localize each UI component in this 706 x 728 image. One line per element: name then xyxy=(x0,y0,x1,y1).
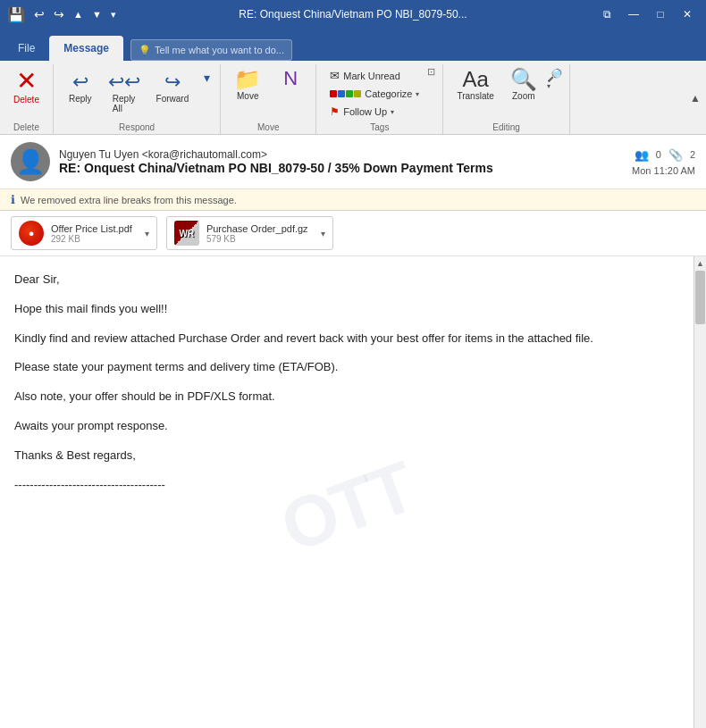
email-body-wrapper: OTT Dear Sir, Hope this mail finds you w… xyxy=(0,256,706,728)
tags-expand-icon[interactable]: ⊡ xyxy=(427,66,435,78)
move-icon: 📁 xyxy=(234,69,261,90)
body-line6: Awaits your prompt response. xyxy=(14,417,679,436)
title-bar-left: 💾 ↩ ↪ ▲ ▼ ▾ xyxy=(7,6,116,23)
reply-button[interactable]: ↩ Reply xyxy=(61,66,100,108)
respond-more-icon: ▾ xyxy=(204,71,210,85)
body-line5: Also note, your offer should be in PDF/X… xyxy=(14,388,679,406)
email-subject: RE: Onquest China/Vietnam PO NBI_8079-50… xyxy=(59,161,623,175)
envelope-icon: ✉ xyxy=(330,69,340,82)
editing-group-label: Editing xyxy=(492,122,520,134)
paperclip-icon: 📎 xyxy=(668,148,683,162)
email-body: OTT Dear Sir, Hope this mail finds you w… xyxy=(0,256,693,728)
email-header-top: 👤 Nguyen Tu Uyen <kora@richautomall.com>… xyxy=(11,142,695,181)
undo-icon[interactable]: ↩ xyxy=(34,7,45,21)
maximize-button[interactable]: □ xyxy=(649,5,672,23)
delete-buttons: ✕ Delete xyxy=(7,66,46,121)
followup-label: Follow Up xyxy=(343,106,387,117)
attachment-pdf-name: Offer Price List.pdf xyxy=(51,223,132,234)
attachment-gz-name: Purchase Order_pdf.gz xyxy=(206,223,308,234)
delete-group-label: Delete xyxy=(13,122,39,134)
redo-icon[interactable]: ↪ xyxy=(54,7,64,21)
editing-more-icon[interactable]: ▾ xyxy=(547,82,562,90)
attachments-bar: ● Offer Price List.pdf 292 KB ▾ WR Purch… xyxy=(0,211,706,256)
categorize-button[interactable]: Categorize ▾ xyxy=(324,86,425,102)
email-from: Nguyen Tu Uyen <kora@richautomall.com> xyxy=(59,148,623,161)
email-icons: 👥 0 📎 2 xyxy=(635,148,695,162)
zoom-button[interactable]: 🔍 Zoom xyxy=(504,66,543,104)
tell-me-text: Tell me what you want to do... xyxy=(155,45,284,55)
nav-down-icon[interactable]: ▼ xyxy=(92,9,102,20)
body-line2: Hope this mail finds you well!! xyxy=(14,300,679,319)
ribbon-collapse-button[interactable]: ▲ xyxy=(690,89,701,105)
attachment-count: 2 xyxy=(690,149,695,160)
tab-bar: File Message 💡 Tell me what you want to … xyxy=(0,29,706,61)
followup-button[interactable]: ⚑ Follow Up ▾ xyxy=(324,103,425,121)
titlebar-dropdown[interactable]: ▾ xyxy=(111,9,116,21)
reply-all-label: ReplyAll xyxy=(113,94,136,113)
delete-icon: ✕ xyxy=(16,69,37,94)
email-header: 👤 Nguyen Tu Uyen <kora@richautomall.com>… xyxy=(0,135,706,189)
email-meta: Nguyen Tu Uyen <kora@richautomall.com> R… xyxy=(59,148,623,175)
editing-buttons: Aа Translate 🔍 Zoom 🔎 ▾ xyxy=(450,66,561,121)
body-line4: Please state your payment terms and deli… xyxy=(14,358,679,377)
editing-search-icon[interactable]: 🔎 xyxy=(547,68,562,82)
body-line7: Thanks & Best regards, xyxy=(14,447,679,465)
ribbon-group-respond: ↩ Reply ↩↩ ReplyAll ↪ Forward ▾ Respond xyxy=(54,64,221,134)
nav-up-icon[interactable]: ▲ xyxy=(73,9,83,20)
attachment-pdf[interactable]: ● Offer Price List.pdf 292 KB ▾ xyxy=(11,216,157,250)
attachment-gz-size: 579 KB xyxy=(206,234,308,244)
flag-icon: ⚑ xyxy=(330,105,340,118)
info-bar: ℹ We removed extra line breaks from this… xyxy=(0,189,706,211)
attachment-gz-dropdown[interactable]: ▾ xyxy=(321,229,325,238)
attachment-pdf-dropdown[interactable]: ▾ xyxy=(145,229,149,238)
translate-button[interactable]: Aа Translate xyxy=(450,66,500,104)
ribbon-group-move: 📁 Move N Move xyxy=(221,64,316,134)
tags-stack: ✉ Mark Unread Categorize ▾ xyxy=(324,66,425,121)
window-controls: ⧉ — □ ✕ xyxy=(595,5,699,23)
scroll-track[interactable] xyxy=(694,271,706,728)
respond-more-button[interactable]: ▾ xyxy=(200,66,213,89)
translate-icon: Aа xyxy=(462,69,488,90)
delete-label: Delete xyxy=(13,95,39,105)
save-icon[interactable]: 💾 xyxy=(7,6,25,23)
respond-group-label: Respond xyxy=(119,122,155,134)
categorize-icon xyxy=(330,90,361,97)
body-line1: Dear Sir, xyxy=(14,271,679,289)
ribbon-group-editing: Aа Translate 🔍 Zoom 🔎 ▾ Editing xyxy=(443,64,569,134)
window-title: RE: Onquest China/Vietnam PO NBI_8079-50… xyxy=(239,8,466,21)
attachment-gz[interactable]: WR Purchase Order_pdf.gz 579 KB ▾ xyxy=(166,216,333,250)
forward-icon: ↪ xyxy=(164,71,181,94)
onenote-button[interactable]: N xyxy=(273,66,308,92)
attachment-pdf-info: Offer Price List.pdf 292 KB xyxy=(51,223,132,244)
info-text: We removed extra line breaks from this m… xyxy=(21,195,237,205)
reply-all-button[interactable]: ↩↩ ReplyAll xyxy=(104,66,145,118)
sender-avatar: 👤 xyxy=(11,142,50,181)
respond-buttons: ↩ Reply ↩↩ ReplyAll ↪ Forward ▾ xyxy=(61,66,213,121)
ribbon: ✕ Delete Delete ↩ Reply ↩↩ ReplyAll ↪ Fo… xyxy=(0,61,706,135)
tab-message[interactable]: Message xyxy=(49,36,123,61)
forward-label: Forward xyxy=(156,94,189,104)
forward-button[interactable]: ↪ Forward xyxy=(148,66,198,108)
people-icon: 👥 xyxy=(635,148,649,162)
reply-label: Reply xyxy=(69,94,92,104)
move-buttons: 📁 Move N xyxy=(228,66,308,121)
move-button[interactable]: 📁 Move xyxy=(228,66,267,104)
minimize-button[interactable]: — xyxy=(622,5,645,23)
scroll-up-button[interactable]: ▲ xyxy=(694,256,707,271)
close-button[interactable]: ✕ xyxy=(676,5,699,23)
mark-unread-button[interactable]: ✉ Mark Unread xyxy=(324,66,425,85)
email-header-right: 👥 0 📎 2 Mon 11:20 AM xyxy=(632,148,695,176)
body-line8: --------------------------------------- xyxy=(14,476,679,495)
attachment-pdf-size: 292 KB xyxy=(51,234,132,244)
scroll-thumb[interactable] xyxy=(695,271,705,324)
title-bar: 💾 ↩ ↪ ▲ ▼ ▾ RE: Onquest China/Vietnam PO… xyxy=(0,0,706,29)
tell-me-search[interactable]: 💡 Tell me what you want to do... xyxy=(130,39,292,61)
scrollbar[interactable]: ▲ ▼ xyxy=(693,256,706,728)
gz-icon: WR xyxy=(174,221,199,246)
tab-file[interactable]: File xyxy=(4,36,49,61)
zoom-icon: 🔍 xyxy=(510,69,537,90)
restore-window-icon[interactable]: ⧉ xyxy=(595,5,618,23)
categorize-label: Categorize xyxy=(365,88,412,99)
delete-button[interactable]: ✕ Delete xyxy=(7,66,46,107)
avatar-icon: 👤 xyxy=(16,148,45,176)
